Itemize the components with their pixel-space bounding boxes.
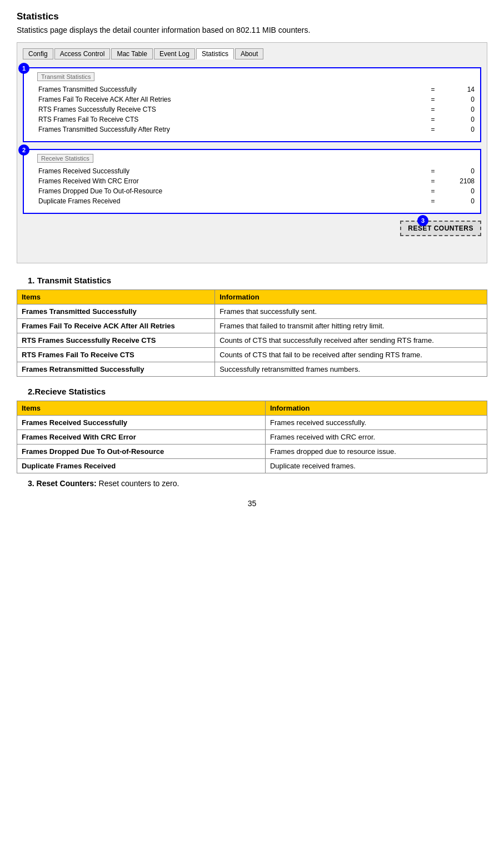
transmit-doc-table: Items Information Frames Transmitted Suc… xyxy=(17,289,487,377)
stat-eq: = xyxy=(425,86,441,93)
transmit-stats-section: 1 Transmit Statistics Frames Transmitted… xyxy=(23,67,481,142)
reset-note: 3. Reset Counters: Reset counters to zer… xyxy=(28,479,487,488)
tab-mac-table[interactable]: Mac Table xyxy=(111,48,152,59)
table-row: Duplicate Frames Received = 0 xyxy=(29,197,475,205)
table-row: Frames Dropped Due To Out-of-Resource Fr… xyxy=(17,445,487,459)
table-row: Frames Received With CRC Error Frames re… xyxy=(17,430,487,445)
info-cell: Successfully retransmitted frames number… xyxy=(215,362,487,377)
item-cell: RTS Frames Successfully Receive CTS xyxy=(17,333,215,348)
transmit-col-info: Information xyxy=(215,290,487,304)
receive-col-info: Information xyxy=(265,401,487,416)
stat-val: 0 xyxy=(441,96,475,103)
table-row: Frames Received Successfully = 0 xyxy=(29,167,475,175)
item-cell: Frames Received Successfully xyxy=(17,416,266,430)
transmit-col-items: Items xyxy=(17,290,215,304)
stat-eq: = xyxy=(425,177,441,185)
table-row: Frames Transmitted Successfully = 14 xyxy=(29,86,475,93)
table-row: Frames Transmitted Successfully After Re… xyxy=(29,126,475,133)
stat-eq: = xyxy=(425,126,441,133)
table-row: RTS Frames Fail To Receive CTS Counts of… xyxy=(17,348,487,362)
transmit-badge: 1 xyxy=(18,63,29,74)
info-cell: Frames dropped due to resource issue. xyxy=(265,445,487,459)
tab-statistics[interactable]: Statistics xyxy=(196,48,234,59)
stat-eq: = xyxy=(425,197,441,205)
stat-label: Frames Received Successfully xyxy=(38,167,425,175)
table-row: Frames Received Successfully Frames rece… xyxy=(17,416,487,430)
page-title: Statistics xyxy=(17,11,487,22)
item-cell: Frames Fail To Receive ACK After All Ret… xyxy=(17,319,215,333)
info-cell: Counts of CTS that successfully received… xyxy=(215,333,487,348)
stat-eq: = xyxy=(425,116,441,123)
info-cell: Frames received successfully. xyxy=(265,416,487,430)
receive-doc-table: Items Information Frames Received Succes… xyxy=(17,401,487,473)
item-cell: Frames Received With CRC Error xyxy=(17,430,266,445)
tab-event-log[interactable]: Event Log xyxy=(154,48,195,59)
stat-val: 0 xyxy=(441,197,475,205)
stat-val: 0 xyxy=(441,187,475,195)
info-cell: Frames that successfully sent. xyxy=(215,304,487,319)
receive-section-label: Receive Statistics xyxy=(37,154,93,163)
tab-access-control[interactable]: Access Control xyxy=(54,48,111,59)
table-row: Duplicate Frames Received Duplicate rece… xyxy=(17,459,487,473)
table-row: Frames Fail To Receive ACK After All Ret… xyxy=(29,96,475,103)
stat-val: 0 xyxy=(441,126,475,133)
item-cell: RTS Frames Fail To Receive CTS xyxy=(17,348,215,362)
receive-stats-section: 2 Receive Statistics Frames Received Suc… xyxy=(23,149,481,214)
info-cell: Frames received with CRC error. xyxy=(265,430,487,445)
table-row: Frames Transmitted Successfully Frames t… xyxy=(17,304,487,319)
stat-val: 0 xyxy=(441,167,475,175)
table-row: RTS Frames Successfully Receive CTS Coun… xyxy=(17,333,487,348)
item-cell: Frames Transmitted Successfully xyxy=(17,304,215,319)
info-cell: Duplicate received frames. xyxy=(265,459,487,473)
reset-note-text: Reset counters to zero. xyxy=(97,479,179,488)
table-row: Frames Retransmitted Successfully Succes… xyxy=(17,362,487,377)
stat-val: 0 xyxy=(441,116,475,123)
reset-counters-button[interactable]: RESET COUNTERS xyxy=(400,221,481,236)
receive-badge: 2 xyxy=(18,144,29,156)
table-row: Frames Dropped Due To Out-of-Resource = … xyxy=(29,187,475,195)
doc-receive-heading: 2.Recieve Statistics xyxy=(28,387,487,396)
table-row: RTS Frames Fail To Receive CTS = 0 xyxy=(29,116,475,123)
tab-about[interactable]: About xyxy=(235,48,263,59)
transmit-section-label: Transmit Statistics xyxy=(37,72,94,81)
stat-label: Frames Transmitted Successfully xyxy=(38,86,425,93)
receive-col-items: Items xyxy=(17,401,266,416)
stat-eq: = xyxy=(425,106,441,113)
reset-note-heading: 3. Reset Counters: xyxy=(28,479,97,488)
stat-label: Frames Dropped Due To Out-of-Resource xyxy=(38,187,425,195)
screenshot-panel: Config Access Control Mac Table Event Lo… xyxy=(17,42,487,263)
stat-label: Frames Fail To Receive ACK After All Ret… xyxy=(38,96,425,103)
stat-label: Frames Received With CRC Error xyxy=(38,177,425,185)
info-cell: Frames that failed to transmit after hit… xyxy=(215,319,487,333)
stat-eq: = xyxy=(425,96,441,103)
stat-label: Frames Transmitted Successfully After Re… xyxy=(38,126,425,133)
intro-text: Statistics page displays the detail coun… xyxy=(17,26,487,34)
stat-label: RTS Frames Successfully Receive CTS xyxy=(38,106,425,113)
stat-label: Duplicate Frames Received xyxy=(38,197,425,205)
stat-eq: = xyxy=(425,187,441,195)
stat-val: 2108 xyxy=(441,177,475,185)
tab-config[interactable]: Config xyxy=(23,48,53,59)
button-area: 3 RESET COUNTERS xyxy=(23,221,481,236)
tab-bar: Config Access Control Mac Table Event Lo… xyxy=(23,48,481,59)
table-row: RTS Frames Successfully Receive CTS = 0 xyxy=(29,106,475,113)
table-row: Frames Received With CRC Error = 2108 xyxy=(29,177,475,185)
item-cell: Duplicate Frames Received xyxy=(17,459,266,473)
page-number: 35 xyxy=(17,499,487,508)
table-row: Frames Fail To Receive ACK After All Ret… xyxy=(17,319,487,333)
stat-eq: = xyxy=(425,167,441,175)
reset-badge: 3 xyxy=(417,215,428,226)
item-cell: Frames Retransmitted Successfully xyxy=(17,362,215,377)
stat-label: RTS Frames Fail To Receive CTS xyxy=(38,116,425,123)
stat-val: 14 xyxy=(441,86,475,93)
stat-val: 0 xyxy=(441,106,475,113)
item-cell: Frames Dropped Due To Out-of-Resource xyxy=(17,445,266,459)
doc-transmit-heading: 1. Transmit Statistics xyxy=(28,276,487,285)
info-cell: Counts of CTS that fail to be received a… xyxy=(215,348,487,362)
